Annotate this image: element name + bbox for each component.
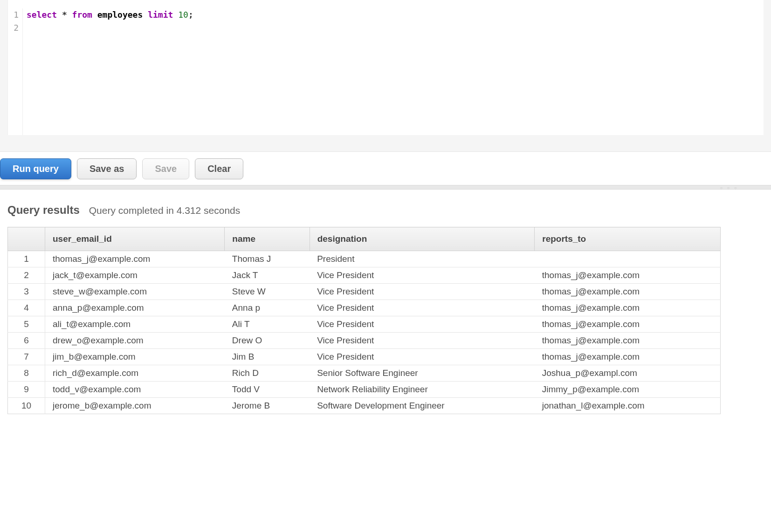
row-number-cell: 8 xyxy=(8,365,45,382)
table-row[interactable]: 1thomas_j@example.comThomas JPresident xyxy=(8,251,721,267)
table-cell: Vice President xyxy=(310,349,535,365)
row-number-cell: 3 xyxy=(8,284,45,300)
table-cell: ali_t@example.com xyxy=(45,316,225,333)
table-row[interactable]: 8rich_d@example.comRich DSenior Software… xyxy=(8,365,721,382)
table-cell: Vice President xyxy=(310,267,535,284)
table-cell: Senior Software Engineer xyxy=(310,365,535,382)
query-toolbar: Run query Save as Save Clear xyxy=(0,152,771,185)
row-number-cell: 1 xyxy=(8,251,45,267)
save-button: Save xyxy=(142,158,189,179)
table-cell: Steve W xyxy=(225,284,310,300)
table-cell: thomas_j@example.com xyxy=(535,300,721,316)
code-token: ; xyxy=(188,10,193,20)
table-cell xyxy=(535,251,721,267)
column-header[interactable]: user_email_id xyxy=(45,227,225,251)
table-cell: Anna p xyxy=(225,300,310,316)
table-cell: Thomas J xyxy=(225,251,310,267)
line-number-gutter: 12 xyxy=(8,8,23,135)
table-cell: steve_w@example.com xyxy=(45,284,225,300)
table-row[interactable]: 10jerome_b@example.comJerome BSoftware D… xyxy=(8,398,721,414)
table-cell: Jerome B xyxy=(225,398,310,414)
code-token xyxy=(173,10,178,20)
row-number-cell: 6 xyxy=(8,333,45,349)
code-editor[interactable]: 12 select * from employees limit 10; xyxy=(7,0,764,135)
code-token xyxy=(143,10,148,20)
table-cell: drew_o@example.com xyxy=(45,333,225,349)
code-token: from xyxy=(72,10,92,20)
code-token: limit xyxy=(148,10,173,20)
results-table-body: 1thomas_j@example.comThomas JPresident2j… xyxy=(8,251,721,414)
editor-pane: 12 select * from employees limit 10; xyxy=(0,0,771,152)
code-token: 10 xyxy=(178,10,188,20)
code-token: employees xyxy=(97,10,143,20)
table-row[interactable]: 5ali_t@example.comAli TVice Presidenttho… xyxy=(8,316,721,333)
code-token xyxy=(92,10,97,20)
table-cell: thomas_j@example.com xyxy=(535,267,721,284)
column-header-rownum[interactable] xyxy=(8,227,45,251)
results-table: user_email_idnamedesignationreports_to 1… xyxy=(7,227,721,414)
table-cell: Rich D xyxy=(225,365,310,382)
table-cell: todd_v@example.com xyxy=(45,382,225,398)
table-cell: thomas_j@example.com xyxy=(535,333,721,349)
column-header[interactable]: reports_to xyxy=(535,227,721,251)
table-cell: President xyxy=(310,251,535,267)
results-status: Query completed in 4.312 seconds xyxy=(89,205,241,216)
run-query-button[interactable]: Run query xyxy=(0,158,71,179)
code-token: select xyxy=(27,10,57,20)
row-number-cell: 10 xyxy=(8,398,45,414)
table-cell: Network Reliability Engineer xyxy=(310,382,535,398)
pane-divider[interactable]: ○ ○ ○ xyxy=(0,185,771,190)
column-header[interactable]: name xyxy=(225,227,310,251)
row-number-cell: 2 xyxy=(8,267,45,284)
clear-button[interactable]: Clear xyxy=(195,158,243,179)
table-cell: Jimmy_p@example.com xyxy=(535,382,721,398)
results-header: Query results Query completed in 4.312 s… xyxy=(7,204,764,217)
table-cell: Jack T xyxy=(225,267,310,284)
table-cell: Vice President xyxy=(310,333,535,349)
table-cell: jim_b@example.com xyxy=(45,349,225,365)
code-token xyxy=(67,10,72,20)
table-cell: jack_t@example.com xyxy=(45,267,225,284)
table-cell: Vice President xyxy=(310,316,535,333)
line-number: 2 xyxy=(8,21,19,34)
table-cell: Joshua_p@exampl.com xyxy=(535,365,721,382)
table-cell: anna_p@example.com xyxy=(45,300,225,316)
table-cell: thomas_j@example.com xyxy=(535,316,721,333)
table-cell: Vice President xyxy=(310,300,535,316)
table-row[interactable]: 2jack_t@example.comJack TVice Presidentt… xyxy=(8,267,721,284)
table-row[interactable]: 6drew_o@example.comDrew OVice Presidentt… xyxy=(8,333,721,349)
table-row[interactable]: 9todd_v@example.comTodd VNetwork Reliabi… xyxy=(8,382,721,398)
results-title: Query results xyxy=(7,204,80,217)
code-token xyxy=(57,10,62,20)
table-cell: Software Development Engineer xyxy=(310,398,535,414)
results-table-head: user_email_idnamedesignationreports_to xyxy=(8,227,721,251)
drag-handle-icon[interactable]: ○ ○ ○ xyxy=(720,186,738,190)
table-row[interactable]: 7jim_b@example.comJim BVice Presidenttho… xyxy=(8,349,721,365)
row-number-cell: 5 xyxy=(8,316,45,333)
results-pane: Query results Query completed in 4.312 s… xyxy=(0,190,771,423)
table-row[interactable]: 4anna_p@example.comAnna pVice Presidentt… xyxy=(8,300,721,316)
table-cell: Ali T xyxy=(225,316,310,333)
column-header[interactable]: designation xyxy=(310,227,535,251)
table-row[interactable]: 3steve_w@example.comSteve WVice Presiden… xyxy=(8,284,721,300)
table-cell: jerome_b@example.com xyxy=(45,398,225,414)
table-cell: Jim B xyxy=(225,349,310,365)
code-area[interactable]: select * from employees limit 10; xyxy=(23,8,764,135)
table-cell: thomas_j@example.com xyxy=(535,284,721,300)
table-cell: Vice President xyxy=(310,284,535,300)
table-cell: Todd V xyxy=(225,382,310,398)
table-cell: thomas_j@example.com xyxy=(535,349,721,365)
code-token: * xyxy=(62,10,67,20)
save-as-button[interactable]: Save as xyxy=(77,158,137,179)
row-number-cell: 7 xyxy=(8,349,45,365)
table-cell: Drew O xyxy=(225,333,310,349)
line-number: 1 xyxy=(8,8,19,21)
table-cell: thomas_j@example.com xyxy=(45,251,225,267)
row-number-cell: 9 xyxy=(8,382,45,398)
table-cell: jonathan_l@example.com xyxy=(535,398,721,414)
row-number-cell: 4 xyxy=(8,300,45,316)
table-cell: rich_d@example.com xyxy=(45,365,225,382)
